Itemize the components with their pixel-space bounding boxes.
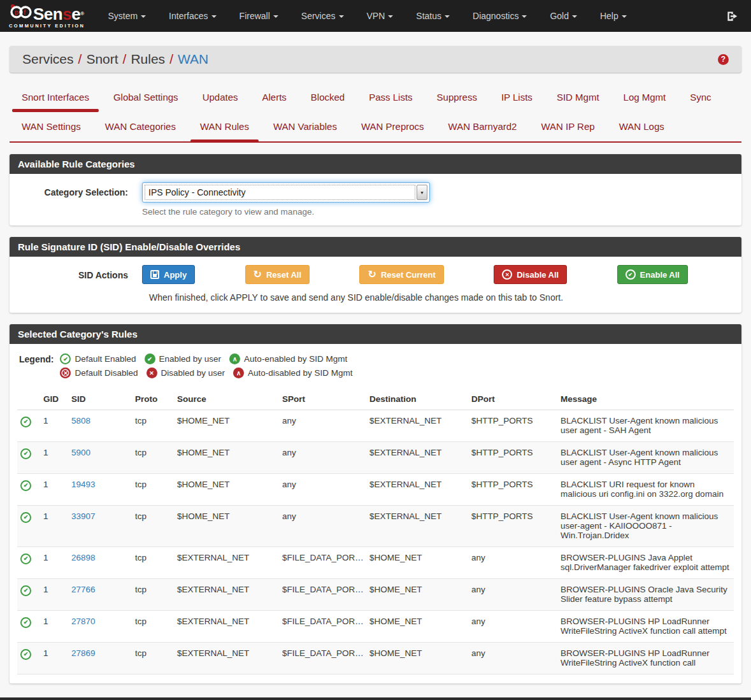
sid-action-button[interactable]: Reset Current <box>359 265 443 284</box>
nav-menu-item[interactable]: Gold <box>538 0 589 32</box>
legend-label: Legend: <box>19 354 54 364</box>
nav-menu-item[interactable]: VPN <box>355 0 405 32</box>
snort-tab[interactable]: Suppress <box>425 84 489 112</box>
chevron-down-icon <box>522 15 527 18</box>
snort-tab[interactable]: Alerts <box>250 84 299 112</box>
col-header-proto: Proto <box>132 389 174 410</box>
chevron-down-icon <box>445 15 450 18</box>
pfsense-logo[interactable]: p f Sense® COMMUNITY EDITION <box>9 3 85 29</box>
sign-out-icon <box>726 10 738 22</box>
legend-item: Default Disabled <box>60 368 138 378</box>
sid-action-button[interactable]: Disable All <box>494 265 567 284</box>
rule-state-toggle-icon[interactable] <box>20 617 31 628</box>
help-icon[interactable]: ? <box>718 54 729 65</box>
rule-sport: any <box>279 474 366 506</box>
panel-available-rule-categories: Available Rule Categories Category Selec… <box>10 154 741 225</box>
snort-tab[interactable]: Pass Lists <box>357 84 424 112</box>
wan-tab[interactable]: WAN Logs <box>607 113 676 141</box>
snort-tab[interactable]: SID Mgmt <box>545 84 612 112</box>
wan-tab[interactable]: WAN IP Rep <box>529 113 606 141</box>
rule-proto: tcp <box>132 579 174 611</box>
snort-tab[interactable]: Blocked <box>299 84 357 112</box>
rule-gid: 1 <box>40 442 68 474</box>
col-header-gid: GID <box>40 389 68 410</box>
rule-sid-link[interactable]: 5808 <box>71 416 90 425</box>
breadcrumb-item[interactable]: Services <box>22 52 74 67</box>
category-select[interactable]: IPS Policy - Connectivity ▼ <box>142 182 430 203</box>
col-header-dport: DPort <box>468 389 557 410</box>
rule-source: $HOME_NET <box>174 506 279 547</box>
snort-tab[interactable]: Global Settings <box>101 84 190 112</box>
nav-menu-item[interactable]: Diagnostics <box>461 0 538 32</box>
rule-sid-link[interactable]: 27766 <box>71 585 96 594</box>
breadcrumb-item[interactable]: Snort <box>86 52 118 67</box>
panel-selected-category-rules: Selected Category's Rules Legend: Defaul… <box>10 324 741 683</box>
rule-sid-link[interactable]: 27869 <box>71 648 96 658</box>
rule-dport: any <box>468 547 557 579</box>
logout-button[interactable] <box>726 10 742 22</box>
rule-gid: 1 <box>40 506 68 547</box>
rule-row: 1 5900 tcp $HOME_NET any $EXTERNAL_NET $… <box>17 442 734 474</box>
rule-gid: 1 <box>40 579 68 611</box>
rule-sid-link[interactable]: 19493 <box>71 480 96 489</box>
button-icon <box>368 270 376 279</box>
snort-tab[interactable]: IP Lists <box>489 84 545 112</box>
nav-menu-item[interactable]: Interfaces <box>157 0 227 32</box>
nav-menu-item-label: Firewall <box>240 11 270 21</box>
breadcrumb-current[interactable]: WAN <box>178 52 208 67</box>
nav-menu-item[interactable]: System <box>96 0 157 32</box>
nav-menu-item[interactable]: Firewall <box>228 0 290 32</box>
chevron-down-icon <box>273 15 278 18</box>
wan-tab[interactable]: WAN Settings <box>10 113 93 141</box>
rule-destination: $EXTERNAL_NET <box>366 410 468 442</box>
rule-state-toggle-icon[interactable] <box>20 554 31 564</box>
chevron-down-icon <box>211 15 217 18</box>
rule-destination: $HOME_NET <box>366 611 468 643</box>
nav-menu-item[interactable]: Status <box>404 0 461 32</box>
wan-tab[interactable]: WAN Categories <box>93 113 188 141</box>
wan-tab[interactable]: WAN Rules <box>188 113 261 141</box>
rule-sid-link[interactable]: 33907 <box>71 511 96 521</box>
wan-tab[interactable]: WAN Preprocs <box>349 113 436 141</box>
nav-menu-item[interactable]: Services <box>290 0 355 32</box>
rule-sid-link[interactable]: 5900 <box>71 448 90 457</box>
button-label: Reset Current <box>381 270 436 280</box>
rule-dport: $HTTP_PORTS <box>468 410 557 442</box>
rule-source: $EXTERNAL_NET <box>174 579 279 611</box>
rule-state-toggle-icon[interactable] <box>20 585 31 596</box>
rule-sport: $FILE_DATA_POR… <box>279 579 366 611</box>
rule-sid-link[interactable]: 27870 <box>71 617 96 626</box>
breadcrumb-separator: / <box>169 52 173 67</box>
snort-tab[interactable]: Log Mgmt <box>612 84 678 112</box>
rule-sid-link[interactable]: 26898 <box>71 553 96 562</box>
button-icon <box>502 269 512 280</box>
sid-action-button[interactable]: Reset All <box>245 265 310 284</box>
col-header-message: Message <box>557 389 734 410</box>
sid-note: When finished, click APPLY to save and s… <box>149 292 734 303</box>
nav-menu-item[interactable]: Help <box>589 0 638 32</box>
sid-action-button[interactable]: Apply <box>142 265 195 284</box>
wan-tab[interactable]: WAN Barnyard2 <box>436 113 529 141</box>
rule-state-toggle-icon[interactable] <box>20 417 31 427</box>
rule-proto: tcp <box>132 410 174 442</box>
snort-tab[interactable]: Snort Interfaces <box>10 84 101 112</box>
rule-state-toggle-icon[interactable] <box>20 512 31 523</box>
legend-item-label: Auto-enabled by SID Mgmt <box>244 354 347 364</box>
rule-destination: $HOME_NET <box>366 547 468 579</box>
col-header-sport: SPort <box>279 389 366 410</box>
legend-item: Default Enabled <box>60 354 136 364</box>
wan-tab[interactable]: WAN Variables <box>261 113 349 141</box>
rule-message: BROWSER-PLUGINS HP LoadRunner WriteFileS… <box>557 643 734 675</box>
sid-action-button[interactable]: Enable All <box>617 265 688 284</box>
rule-row: 1 27870 tcp $EXTERNAL_NET $FILE_DATA_POR… <box>17 611 734 643</box>
rule-state-toggle-icon[interactable] <box>20 448 31 459</box>
snort-tab[interactable]: Updates <box>190 84 250 112</box>
nav-menu-item-label: VPN <box>367 11 385 21</box>
legend-item: Enabled by user <box>145 354 222 364</box>
rule-state-toggle-icon[interactable] <box>20 480 31 491</box>
rule-sport: $FILE_DATA_POR… <box>279 611 366 643</box>
rule-state-toggle-icon[interactable] <box>20 649 31 660</box>
breadcrumb-item[interactable]: Rules <box>131 52 165 67</box>
snort-tab[interactable]: Sync <box>678 84 723 112</box>
nav-menu-item-label: Services <box>301 11 336 21</box>
